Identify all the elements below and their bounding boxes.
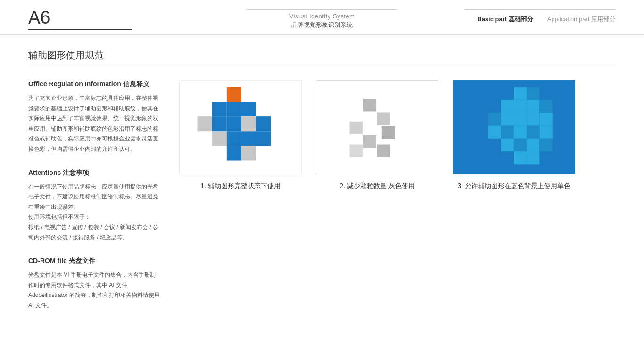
svg-rect-12 — [256, 131, 271, 146]
svg-rect-18 — [382, 126, 395, 139]
svg-rect-2 — [227, 102, 241, 116]
main-content: 辅助图形使用规范 Office Regulation Information 信… — [0, 35, 644, 325]
svg-rect-11 — [241, 131, 256, 146]
page-header: A6 Visual Identity System 品牌视觉形象识别系统 Bas… — [0, 0, 644, 35]
left-column: Office Regulation Information 信息释义 为了充实企… — [28, 80, 160, 311]
mosaic-colorful — [193, 85, 288, 170]
svg-rect-9 — [212, 131, 227, 146]
mosaic-gray — [330, 85, 424, 170]
svg-rect-24 — [501, 100, 514, 113]
svg-rect-32 — [539, 113, 552, 125]
svg-rect-25 — [514, 100, 527, 113]
svg-rect-27 — [539, 100, 552, 113]
svg-rect-4 — [198, 116, 212, 131]
svg-rect-22 — [514, 87, 527, 100]
visual-label-1: 1. 辅助图形完整状态下使用 — [200, 182, 281, 190]
svg-rect-39 — [514, 139, 527, 151]
header-right-line — [465, 9, 616, 10]
svg-rect-3 — [241, 102, 256, 116]
svg-rect-26 — [527, 100, 539, 113]
svg-rect-10 — [227, 131, 241, 146]
svg-rect-20 — [350, 144, 363, 157]
header-left: A6 — [28, 8, 132, 30]
visual-item-1: 1. 辅助图形完整状态下使用 — [179, 80, 302, 190]
svg-rect-28 — [488, 113, 501, 125]
section-title-3: CD-ROM file 光盘文件 — [28, 257, 160, 265]
svg-rect-29 — [501, 113, 514, 125]
svg-rect-1 — [212, 102, 227, 116]
visual-item-3: 3. 允许辅助图形在蓝色背景上使用单色 — [453, 80, 575, 190]
visual-label-3: 3. 允许辅助图形在蓝色背景上使用单色 — [457, 182, 570, 190]
svg-rect-13 — [227, 146, 241, 160]
svg-rect-6 — [227, 116, 241, 131]
visual-label-2: 2. 减少颗粒数量 灰色使用 — [339, 182, 414, 190]
visuals-row: 1. 辅助图形完整状态下使用 — [179, 80, 616, 190]
visual-box-1 — [179, 80, 302, 174]
svg-rect-34 — [501, 126, 514, 139]
svg-rect-30 — [514, 113, 527, 125]
header-line — [28, 29, 132, 30]
svg-rect-31 — [527, 113, 539, 125]
vis-title: Visual Identity System — [289, 13, 355, 20]
section-title-2: Attentions 注意事项 — [28, 169, 160, 177]
svg-rect-17 — [350, 122, 363, 134]
page-title: 辅助图形使用规范 — [28, 49, 616, 66]
svg-rect-8 — [256, 116, 271, 131]
section-body-3: 光盘文件是本 VI 手册电子文件的集合，内含手册制作时的专用软件格式文件，其中 … — [28, 270, 160, 311]
svg-rect-21 — [377, 144, 390, 157]
visual-box-3 — [453, 80, 575, 174]
svg-rect-16 — [377, 112, 390, 125]
content-area: Office Regulation Information 信息释义 为了充实企… — [28, 80, 616, 311]
svg-rect-19 — [363, 135, 376, 148]
svg-rect-43 — [527, 151, 539, 164]
svg-rect-37 — [539, 126, 552, 139]
right-column: 1. 辅助图形完整状态下使用 — [179, 80, 616, 311]
svg-rect-15 — [363, 99, 376, 111]
header-center: Visual Identity System 品牌视觉形象识别系统 — [247, 9, 397, 29]
svg-rect-35 — [514, 126, 527, 139]
section-body-2: 在一般情况下使用品牌标志，应尽量使用提供的光盘电子文件，不建议使用标准制图绘制标… — [28, 182, 160, 243]
svg-rect-42 — [514, 151, 527, 164]
nav-app: Application part 应用部分 — [547, 15, 616, 24]
visual-box-2 — [316, 80, 438, 174]
header-center-line — [247, 9, 397, 10]
header-right: Basic part 基础部分 Application part 应用部分 — [477, 15, 616, 24]
page-code: A6 — [28, 8, 132, 26]
mosaic-blue-bg — [467, 85, 561, 170]
svg-rect-5 — [212, 116, 227, 131]
svg-rect-40 — [527, 139, 539, 151]
svg-rect-36 — [527, 126, 539, 139]
svg-rect-38 — [501, 139, 514, 151]
svg-rect-41 — [539, 139, 552, 151]
svg-rect-7 — [241, 116, 256, 131]
section-body-1: 为了充实企业形象，丰富标志的具体应用，在整体视觉要求的基础上设计了辅助图形和辅助… — [28, 93, 160, 155]
brand-title: 品牌视觉形象识别系统 — [291, 21, 353, 29]
svg-rect-23 — [527, 87, 539, 100]
section-title-1: Office Regulation Information 信息释义 — [28, 80, 160, 89]
svg-rect-14 — [241, 146, 256, 160]
svg-rect-0 — [227, 87, 241, 102]
visual-item-2: 2. 减少颗粒数量 灰色使用 — [316, 80, 438, 190]
nav-basic: Basic part 基础部分 — [477, 15, 533, 24]
svg-rect-33 — [488, 126, 501, 139]
